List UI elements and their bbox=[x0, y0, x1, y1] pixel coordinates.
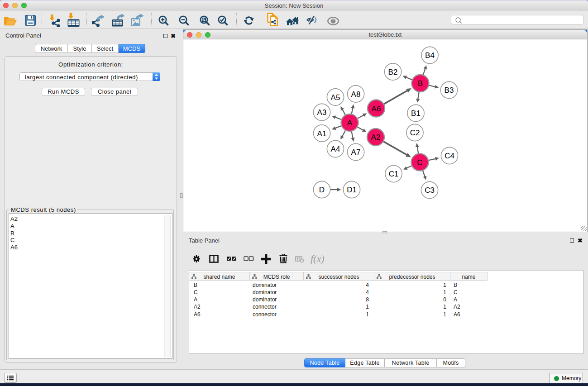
svg-text:A4: A4 bbox=[331, 145, 340, 153]
svg-text:A1: A1 bbox=[317, 129, 327, 138]
svg-text:D1: D1 bbox=[347, 186, 357, 194]
svg-text:C4: C4 bbox=[445, 152, 454, 160]
svg-text:D: D bbox=[319, 186, 325, 194]
svg-text:B3: B3 bbox=[445, 86, 454, 95]
svg-text:A5: A5 bbox=[331, 93, 340, 102]
svg-text:A6: A6 bbox=[372, 105, 381, 113]
svg-text:A2: A2 bbox=[371, 133, 381, 142]
svg-text:C: C bbox=[417, 158, 422, 167]
svg-text:C2: C2 bbox=[410, 129, 420, 137]
svg-text:C1: C1 bbox=[389, 170, 399, 178]
svg-text:A: A bbox=[347, 119, 353, 127]
svg-text:A7: A7 bbox=[351, 148, 361, 157]
svg-text:B4: B4 bbox=[425, 51, 435, 60]
svg-text:B2: B2 bbox=[388, 68, 398, 76]
svg-text:B: B bbox=[418, 79, 423, 88]
svg-text:A8: A8 bbox=[351, 90, 361, 99]
svg-text:A3: A3 bbox=[317, 108, 327, 117]
svg-text:B1: B1 bbox=[411, 109, 421, 118]
svg-text:C3: C3 bbox=[425, 186, 435, 195]
